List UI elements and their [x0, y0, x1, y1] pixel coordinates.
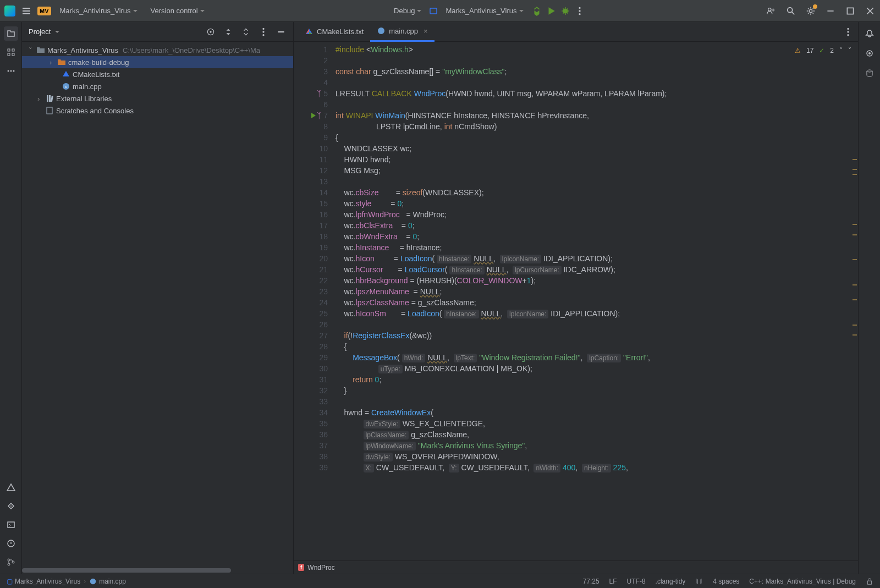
- svg-point-2: [579, 7, 580, 8]
- lock-icon[interactable]: [866, 578, 873, 585]
- library-icon: [45, 94, 54, 103]
- run-config-label: Debug: [394, 7, 415, 15]
- chevron-down-icon[interactable]: [55, 31, 59, 33]
- svg-point-25: [262, 34, 264, 35]
- breadcrumb-bar: f WndProc: [294, 560, 858, 574]
- svg-rect-12: [12, 53, 14, 56]
- messages-tool-button[interactable]: [4, 536, 18, 551]
- nav-root[interactable]: Marks_Antivirus_Virus: [15, 578, 80, 585]
- select-opened-file-icon[interactable]: [205, 26, 216, 37]
- chevron-down-icon: [519, 10, 524, 12]
- svg-point-13: [7, 70, 9, 72]
- settings-icon[interactable]: [805, 6, 816, 17]
- tab-label: main.cpp: [389, 27, 418, 35]
- next-highlight-icon[interactable]: ˅: [848, 45, 851, 56]
- target-dropdown[interactable]: Marks_Antivirus_Virus: [441, 4, 527, 17]
- left-tool-stripe: [0, 22, 22, 574]
- svg-point-33: [847, 28, 849, 29]
- vcs-dropdown[interactable]: Version control: [146, 4, 209, 17]
- svg-rect-9: [8, 49, 10, 51]
- tab-bar: CMakeLists.txt main.cpp ×: [294, 22, 858, 42]
- svg-rect-10: [12, 49, 14, 51]
- breadcrumb-fn[interactable]: WndProc: [307, 564, 334, 571]
- svg-point-38: [867, 70, 872, 72]
- close-button[interactable]: [865, 6, 876, 17]
- tree-label: Marks_Antivirus_Virus: [47, 46, 118, 54]
- cmake-icon: [305, 28, 314, 36]
- problems-tool-button[interactable]: [4, 480, 18, 494]
- caret-position[interactable]: 77:25: [583, 578, 600, 585]
- hide-panel-icon[interactable]: [276, 26, 287, 37]
- notifications-button[interactable]: [862, 26, 877, 41]
- terminal-tool-button[interactable]: [4, 518, 18, 532]
- build-button[interactable]: [531, 6, 542, 17]
- ai-button[interactable]: [862, 46, 877, 61]
- context[interactable]: C++: Marks_Antivirus_Virus | Debug: [749, 578, 856, 585]
- svg-rect-40: [868, 581, 872, 584]
- svg-point-18: [8, 559, 10, 561]
- folder-icon: [36, 46, 45, 54]
- code-area[interactable]: #include <Windows.h> const char g_szClas…: [333, 42, 858, 560]
- minimize-button[interactable]: [825, 6, 836, 17]
- tree-root[interactable]: ˅ Marks_Antivirus_Virus C:\Users\mark_\O…: [22, 44, 293, 56]
- inspections-widget[interactable]: ⚠17 ✓2 ˄ ˅: [795, 45, 851, 56]
- search-icon[interactable]: [785, 6, 796, 17]
- right-tool-stripe: [858, 22, 880, 574]
- tree-path: C:\Users\mark_\OneDrive\Desktop\C++\Ma: [123, 46, 260, 54]
- code-editor[interactable]: ⚠17 ✓2 ˄ ˅ 1234ᛉ56ᛉ789101112131415161718…: [294, 42, 858, 560]
- scratch-icon: [45, 106, 54, 115]
- tree-item[interactable]: › cmake-build-debug: [22, 56, 293, 68]
- tree-label: External Libraries: [56, 95, 112, 103]
- maximize-button[interactable]: [845, 6, 856, 17]
- tree-item[interactable]: Scratches and Consoles: [22, 105, 293, 117]
- cpp-icon: c: [62, 82, 70, 91]
- svg-point-37: [868, 52, 871, 54]
- titlebar: MV Marks_Antivirus_Virus Version control…: [0, 0, 880, 22]
- tree-item[interactable]: CMakeLists.txt: [22, 68, 293, 80]
- tab-main-cpp[interactable]: main.cpp ×: [370, 22, 434, 42]
- chevron-down-icon: [133, 10, 138, 12]
- error-stripe[interactable]: [851, 58, 858, 560]
- svg-rect-29: [49, 95, 51, 102]
- svg-point-14: [10, 70, 12, 72]
- run-config-dropdown[interactable]: Debug: [389, 4, 426, 17]
- services-tool-button[interactable]: [4, 499, 18, 513]
- collapse-all-icon[interactable]: [240, 26, 251, 37]
- encoding[interactable]: UTF-8: [627, 578, 646, 585]
- main-menu-button[interactable]: [20, 4, 33, 18]
- svg-rect-28: [47, 95, 48, 102]
- debug-button[interactable]: [560, 6, 571, 17]
- tab-cmakelists[interactable]: CMakeLists.txt: [298, 22, 370, 42]
- svg-point-22: [210, 31, 211, 32]
- clang-tidy[interactable]: .clang-tidy: [656, 578, 686, 585]
- panel-scrollbar[interactable]: [22, 567, 293, 574]
- close-tab-icon[interactable]: ×: [424, 27, 428, 35]
- svg-rect-11: [8, 53, 10, 56]
- line-separator[interactable]: LF: [609, 578, 617, 585]
- project-tool-button[interactable]: [4, 26, 18, 41]
- panel-options-icon[interactable]: [258, 26, 269, 37]
- code-with-me-icon[interactable]: [766, 6, 777, 17]
- expand-all-icon[interactable]: [223, 26, 234, 37]
- chevron-down-icon: [417, 10, 421, 12]
- database-button[interactable]: [862, 66, 877, 80]
- tab-options-icon[interactable]: [843, 26, 854, 37]
- run-button[interactable]: [546, 6, 557, 17]
- structure-tool-button[interactable]: [4, 45, 18, 59]
- module-icon: ▢: [7, 578, 13, 585]
- svg-point-15: [13, 70, 14, 72]
- svg-point-23: [262, 28, 264, 29]
- vcs-tool-button[interactable]: [4, 555, 18, 569]
- more-actions[interactable]: [574, 6, 585, 17]
- tree-item[interactable]: c main.cpp: [22, 80, 293, 92]
- project-dropdown[interactable]: Marks_Antivirus_Virus: [56, 4, 142, 17]
- tree-item[interactable]: › External Libraries: [22, 92, 293, 105]
- indent[interactable]: 4 spaces: [713, 578, 739, 585]
- tree-label: Scratches and Consoles: [56, 107, 134, 115]
- prev-highlight-icon[interactable]: ˄: [839, 45, 843, 56]
- readonly-icon[interactable]: [695, 578, 703, 585]
- editor-region: CMakeLists.txt main.cpp × ⚠17 ✓2 ˄ ˅ 123…: [294, 22, 858, 574]
- project-tree[interactable]: ˅ Marks_Antivirus_Virus C:\Users\mark_\O…: [22, 42, 293, 119]
- nav-file[interactable]: main.cpp: [99, 578, 126, 585]
- more-tools-button[interactable]: [4, 64, 18, 78]
